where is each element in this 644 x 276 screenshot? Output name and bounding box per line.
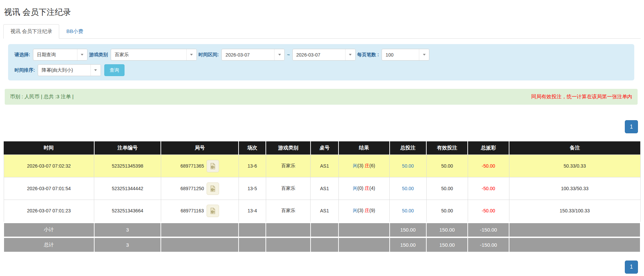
payout-cell: -50.00 [468, 177, 509, 200]
mode-select-value: 日期查询 [33, 49, 77, 60]
result-cell: 闲(3) 庄(9) [338, 200, 389, 222]
total-bet-link[interactable]: 50.00 [402, 163, 414, 169]
total-valid-bet: 150.00 [426, 237, 468, 252]
chevron-down-icon [186, 49, 196, 60]
subtotal-payout: -150.00 [468, 222, 509, 237]
empty-cell [311, 222, 338, 237]
table-row: 2026-03-07 07:01:23 523251343664 6897711… [4, 200, 640, 222]
table-no-cell: AS1 [311, 155, 338, 177]
col-header-valid-bet: 有效投注 [426, 141, 468, 155]
subtotal-row: 小计 3 150.00 150.00 -150.00 [4, 222, 640, 237]
table-row: 2026-03-07 07:01:54 523251344442 6897712… [4, 177, 640, 200]
total-bet-cell: 50.00 [390, 155, 427, 177]
col-header-remark: 备注 [509, 141, 640, 155]
game-type-select-value: 百家乐 [111, 49, 186, 60]
mode-select[interactable]: 日期查询 [33, 49, 87, 61]
round-id-cell: 689771163 [161, 200, 239, 222]
subtotal-count: 3 [94, 222, 161, 237]
result-player-label: 闲 [353, 185, 358, 191]
total-label: 总计 [4, 237, 94, 252]
mode-label: 请选择: [14, 52, 30, 58]
page-title: 视讯 会员下注纪录 [4, 7, 641, 18]
empty-cell [311, 237, 338, 252]
empty-cell [338, 222, 389, 237]
payout-cell: -50.00 [468, 200, 509, 222]
game-type-cell: 百家乐 [266, 155, 310, 177]
currency-total-text: 币别 : 人民币 | 总共 :3 注单 | [10, 94, 74, 100]
col-header-bet-id: 注单编号 [94, 141, 161, 155]
col-header-game-type: 游戏类别 [266, 141, 310, 155]
session-cell: 13-5 [239, 177, 266, 200]
video-replay-button[interactable] [207, 182, 219, 195]
table-no-cell: AS1 [311, 200, 338, 222]
valid-bet-rule-text: 同局有效投注，统一计算在该局第一张注单内 [531, 94, 632, 100]
tab-bb-tip[interactable]: BB小费 [59, 24, 90, 39]
page-1-button[interactable]: 1 [625, 261, 638, 274]
round-id-text: 689771163 [181, 208, 204, 213]
tab-bar: 视讯 会员下注纪录 BB小费 [3, 24, 641, 39]
result-cell: 闲(0) 庄(4) [338, 177, 389, 200]
col-header-session: 场次 [239, 141, 266, 155]
date-to-value: 2026-03-07 [293, 49, 345, 60]
empty-cell [509, 222, 640, 237]
total-bet-cell: 50.00 [390, 177, 427, 200]
game-type-select[interactable]: 百家乐 [111, 49, 197, 61]
search-button[interactable]: 查询 [104, 64, 124, 76]
page-size-select[interactable]: 100 [382, 49, 429, 61]
payout-cell: -50.00 [468, 155, 509, 177]
time-cell: 2026-03-07 07:02:32 [4, 155, 94, 177]
result-banker-label: 庄 [365, 185, 369, 191]
date-to-select[interactable]: 2026-03-07 [292, 49, 356, 61]
result-player-score: (0) [358, 185, 363, 191]
total-bet-link[interactable]: 50.00 [402, 186, 414, 191]
valid-bet-cell: 50.00 [426, 155, 468, 177]
header-row: 时间 注单编号 局号 场次 游戏类别 桌号 结果 总投注 有效投注 总派彩 备注 [4, 141, 640, 155]
result-banker-label: 庄 [365, 163, 369, 168]
round-id-cell: 689771365 [161, 155, 239, 177]
filter-row-1: 请选择: 日期查询 游戏类别 百家乐 时间区间: 2026-03-07 ~ 20… [13, 49, 630, 61]
empty-cell [239, 237, 266, 252]
chevron-down-icon [77, 49, 87, 60]
result-banker-label: 庄 [365, 208, 369, 213]
col-header-result: 结果 [338, 141, 389, 155]
session-cell: 13-6 [239, 155, 266, 177]
table-head: 时间 注单编号 局号 场次 游戏类别 桌号 结果 总投注 有效投注 总派彩 备注 [4, 141, 640, 155]
video-file-icon [209, 163, 216, 170]
table-row: 2026-03-07 07:02:32 523251345398 6897713… [4, 155, 640, 177]
empty-cell [509, 237, 640, 252]
total-payout: -150.00 [468, 237, 509, 252]
video-replay-button[interactable] [207, 205, 219, 217]
bet-id-cell: 523251343664 [94, 200, 161, 222]
subtotal-total-bet: 150.00 [390, 222, 427, 237]
date-from-select[interactable]: 2026-03-07 [221, 49, 285, 61]
empty-cell [266, 222, 310, 237]
table-body: 2026-03-07 07:02:32 523251345398 6897713… [4, 155, 640, 252]
valid-bet-cell: 50.00 [426, 177, 468, 200]
valid-bet-cell: 50.00 [426, 200, 468, 222]
sort-order-select[interactable]: 降幂(由大到小) [38, 64, 101, 76]
total-bet-link[interactable]: 50.00 [402, 208, 414, 213]
tab-betting-records[interactable]: 视讯 会员下注纪录 [3, 24, 59, 39]
result-banker-score: (9) [369, 208, 375, 213]
empty-cell [161, 237, 239, 252]
table-no-cell: AS1 [311, 177, 338, 200]
sort-order-label: 时间排序: [14, 67, 35, 73]
page-1-button[interactable]: 1 [625, 120, 638, 133]
empty-cell [266, 237, 310, 252]
total-bet-cell: 50.00 [390, 200, 427, 222]
video-file-icon [209, 207, 216, 214]
pagination-top: 1 [3, 120, 638, 133]
page-size-label: 每页笔数 : [357, 52, 379, 58]
result-banker-score: (4) [369, 185, 375, 191]
pagination-bottom: 1 [3, 261, 638, 274]
video-replay-button[interactable] [207, 160, 219, 172]
chevron-down-icon [91, 65, 101, 76]
date-range-separator: ~ [287, 52, 290, 58]
bet-id-cell: 523251344442 [94, 177, 161, 200]
round-id-text: 689771365 [180, 163, 204, 169]
chevron-down-icon [274, 49, 284, 60]
col-header-time: 时间 [4, 141, 94, 155]
result-cell: 闲(3) 庄(6) [338, 155, 389, 177]
session-cell: 13-4 [239, 200, 266, 222]
bet-id-cell: 523251345398 [94, 155, 161, 177]
